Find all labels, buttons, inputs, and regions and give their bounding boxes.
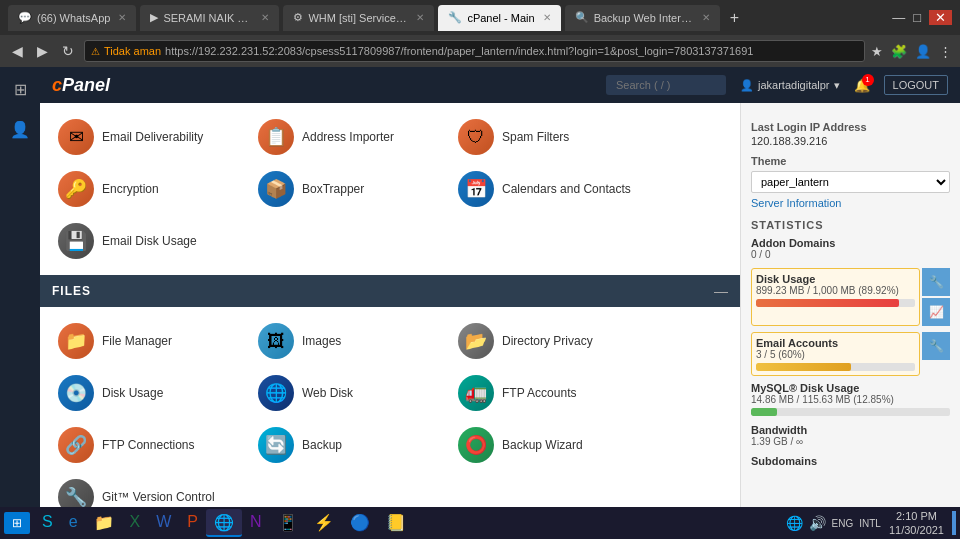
disk-usage-action-2[interactable]: 📈 <box>922 298 950 326</box>
show-desktop-button[interactable] <box>952 511 956 535</box>
ftp-accounts-label: FTP Accounts <box>502 386 576 400</box>
backup-wizard-item[interactable]: ⭕ Backup Wizard <box>452 419 652 471</box>
taskbar-skype[interactable]: S <box>34 509 61 537</box>
taskbar-word[interactable]: W <box>148 509 179 537</box>
calendars-item[interactable]: 📅 Calendars and Contacts <box>452 163 652 215</box>
tab-cpanel[interactable]: 🔧 cPanel - Main ✕ <box>438 5 560 31</box>
directory-privacy-item[interactable]: 📂 Directory Privacy <box>452 315 652 367</box>
cpanel-logo: cPanel <box>52 75 110 96</box>
directory-privacy-label: Directory Privacy <box>502 334 593 348</box>
disk-usage-stat-value: 899.23 MB / 1,000 MB (89.92%) <box>756 285 915 296</box>
taskbar-right: 🌐 🔊 ENG INTL 2:10 PM 11/30/2021 <box>786 509 956 537</box>
address-importer-item[interactable]: 📋 Address Importer <box>252 111 452 163</box>
sidebar-grid-icon[interactable]: ⊞ <box>6 75 34 103</box>
email-accounts-action-1[interactable]: 🔧 <box>922 332 950 360</box>
tab-whatsapp[interactable]: 💬 (66) WhatsApp ✕ <box>8 5 136 31</box>
taskbar-powerpoint[interactable]: P <box>179 509 206 537</box>
images-item[interactable]: 🖼 Images <box>252 315 452 367</box>
user-menu[interactable]: 👤 jakartadigitalpr ▾ <box>740 79 840 92</box>
tab-close-3[interactable]: ✕ <box>416 12 424 23</box>
disk-usage-stat: Disk Usage 899.23 MB / 1,000 MB (89.92%) <box>751 268 920 326</box>
tab-close-5[interactable]: ✕ <box>702 12 710 23</box>
logout-button[interactable]: LOGOUT <box>884 75 948 95</box>
excel-icon: X <box>130 513 141 531</box>
taskbar-explorer[interactable]: 📁 <box>86 509 122 537</box>
start-button[interactable]: ⊞ <box>4 512 30 534</box>
ftp-accounts-item[interactable]: 🚛 FTP Accounts <box>452 367 652 419</box>
tray-intl: INTL <box>859 518 881 529</box>
extensions-icon[interactable]: 🧩 <box>891 44 907 59</box>
browser-close[interactable]: ✕ <box>929 10 952 25</box>
tab-close-2[interactable]: ✕ <box>261 12 269 23</box>
taskbar-app10[interactable]: ⚡ <box>306 509 342 537</box>
content-area: ✉ Email Deliverability 📋 Address Importe… <box>40 103 960 539</box>
tray-volume[interactable]: 🔊 <box>809 515 826 531</box>
email-disk-usage-item[interactable]: 💾 Email Disk Usage <box>52 215 252 267</box>
disk-usage-item[interactable]: 💿 Disk Usage <box>52 367 252 419</box>
git-label: Git™ Version Control <box>102 490 215 504</box>
new-tab-button[interactable]: + <box>724 9 745 27</box>
boxtrapper-item[interactable]: 📦 BoxTrapper <box>252 163 452 215</box>
backup-label: Backup <box>302 438 342 452</box>
account-icon[interactable]: 👤 <box>915 44 931 59</box>
taskbar-chrome[interactable]: 🌐 <box>206 509 242 537</box>
disk-usage-icon: 💿 <box>58 375 94 411</box>
file-manager-item[interactable]: 📁 File Manager <box>52 315 252 367</box>
web-disk-label: Web Disk <box>302 386 353 400</box>
right-panel: Last Login IP Address 120.188.39.216 The… <box>740 103 960 539</box>
taskbar-app11[interactable]: 🔵 <box>342 509 378 537</box>
subdomains-name: Subdomains <box>751 455 950 467</box>
taskbar-app9[interactable]: 📱 <box>270 509 306 537</box>
word-icon: W <box>156 513 171 531</box>
menu-icon[interactable]: ⋮ <box>939 44 952 59</box>
sidebar-user-icon[interactable]: 👤 <box>6 115 34 143</box>
app9-icon: 📱 <box>278 513 298 532</box>
theme-select[interactable]: paper_lantern <box>751 171 950 193</box>
tab-backup[interactable]: 🔍 Backup Web Internal - Google... ✕ <box>565 5 720 31</box>
browser-minimize[interactable]: — <box>892 10 905 25</box>
images-icon: 🖼 <box>258 323 294 359</box>
encryption-item[interactable]: 🔑 Encryption <box>52 163 252 215</box>
last-login-ip: 120.188.39.216 <box>751 135 950 147</box>
powerpoint-icon: P <box>187 513 198 531</box>
browser-maximize[interactable]: □ <box>913 10 921 25</box>
taskbar: ⊞ S e 📁 X W P 🌐 N 📱 ⚡ 🔵 📒 🌐 🔊 ENG INT <box>0 507 960 539</box>
tab-close-4[interactable]: ✕ <box>543 12 551 23</box>
email-deliverability-item[interactable]: ✉ Email Deliverability <box>52 111 252 163</box>
disk-usage-progress-bar <box>756 299 915 307</box>
chrome-icon: 🌐 <box>214 513 234 532</box>
url-bar[interactable]: ⚠ Tidak aman https://192.232.231.52:2083… <box>84 40 865 62</box>
tab-serami[interactable]: ▶ SERAMI NAIK DARAH SAY... ✕ <box>140 5 279 31</box>
search-input[interactable] <box>606 75 726 95</box>
files-collapse-icon[interactable]: — <box>714 283 728 299</box>
web-disk-item[interactable]: 🌐 Web Disk <box>252 367 452 419</box>
app10-icon: ⚡ <box>314 513 334 532</box>
tab-close-1[interactable]: ✕ <box>118 12 126 23</box>
stat-addon-domains: Addon Domains 0 / 0 <box>751 237 950 260</box>
back-button[interactable]: ◀ <box>8 41 27 61</box>
files-section-header[interactable]: FILES — <box>40 275 740 307</box>
forward-button[interactable]: ▶ <box>33 41 52 61</box>
address-importer-icon: 📋 <box>258 119 294 155</box>
taskbar-ie[interactable]: e <box>61 509 86 537</box>
taskbar-onenote[interactable]: N <box>242 509 270 537</box>
disk-usage-action-1[interactable]: 🔧 <box>922 268 950 296</box>
tray-network[interactable]: 🌐 <box>786 515 803 531</box>
tab-whm[interactable]: ⚙ WHM [sti] Service Status - 94... ✕ <box>283 5 434 31</box>
taskbar-app12[interactable]: 📒 <box>378 509 414 537</box>
backup-item[interactable]: 🔄 Backup <box>252 419 452 471</box>
tray-lang[interactable]: ENG <box>832 518 854 529</box>
bookmark-icon[interactable]: ★ <box>871 44 883 59</box>
email-accounts-stat-row: Email Accounts 3 / 5 (60%) 🔧 <box>751 332 950 376</box>
taskbar-excel[interactable]: X <box>122 509 149 537</box>
email-accounts-actions: 🔧 <box>922 332 950 376</box>
mysql-disk-stat: MySQL® Disk Usage 14.86 MB / 115.63 MB (… <box>751 382 950 416</box>
file-manager-icon: 📁 <box>58 323 94 359</box>
ftp-connections-item[interactable]: 🔗 FTP Connections <box>52 419 252 471</box>
spam-filters-item[interactable]: 🛡 Spam Filters <box>452 111 652 163</box>
notification-bell[interactable]: 🔔 1 <box>854 78 870 93</box>
refresh-button[interactable]: ↻ <box>58 41 78 61</box>
backup-icon: 🔄 <box>258 427 294 463</box>
taskbar-clock[interactable]: 2:10 PM 11/30/2021 <box>889 509 944 537</box>
server-info-link[interactable]: Server Information <box>751 197 950 209</box>
